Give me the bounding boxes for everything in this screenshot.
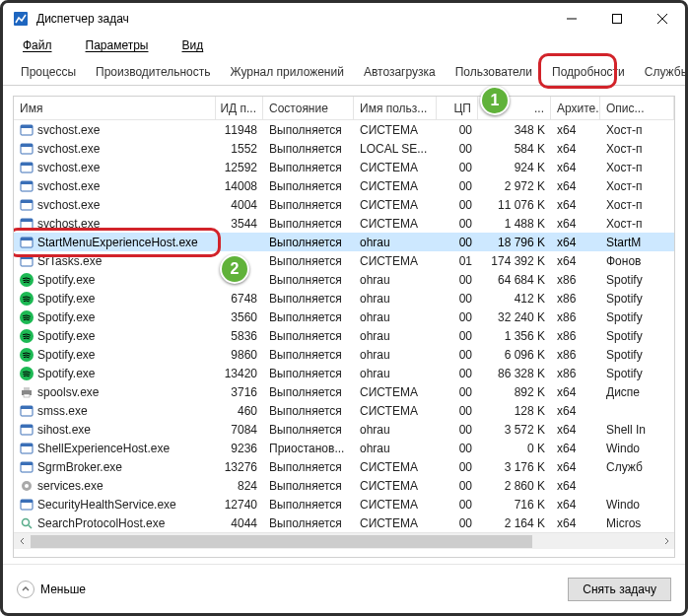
table-row[interactable]: SecurityHealthService.exe12740Выполняетс… bbox=[14, 495, 674, 513]
table-row[interactable]: spoolsv.exe3716ВыполняетсяСИСТЕМА00892 K… bbox=[14, 382, 674, 401]
close-button[interactable] bbox=[640, 3, 685, 34]
cell-state: Выполняется bbox=[263, 123, 354, 137]
table-row[interactable]: svchost.exe11948ВыполняетсяСИСТЕМА00348 … bbox=[14, 120, 674, 139]
cell-pid: 3716 bbox=[216, 385, 263, 399]
table-row[interactable]: Spotify.exe9860Выполняетсяohrau006 096 K… bbox=[14, 345, 674, 364]
annotation-2: 2 bbox=[220, 254, 249, 284]
scroll-track[interactable] bbox=[31, 533, 657, 549]
column-header-user[interactable]: Имя польз... bbox=[354, 97, 437, 119]
cell-user: ohrau bbox=[354, 329, 437, 343]
cell-state: Выполняется bbox=[263, 479, 354, 493]
cell-desc: Хост-п bbox=[600, 198, 674, 212]
cell-user: СИСТЕМА bbox=[354, 198, 437, 212]
scroll-thumb[interactable] bbox=[31, 535, 532, 548]
table-row[interactable]: StartMenuExperienceHost.exeВыполняетсяoh… bbox=[14, 233, 674, 251]
maximize-button[interactable] bbox=[594, 3, 640, 34]
cell-desc: Spotify bbox=[600, 273, 674, 287]
cell-memory: 3 572 K bbox=[478, 423, 551, 437]
table-row[interactable]: SearchProtocolHost.exe4044ВыполняетсяСИС… bbox=[14, 513, 674, 532]
scroll-right-button[interactable] bbox=[657, 533, 674, 549]
tab-details[interactable]: Подробности bbox=[542, 59, 635, 85]
svg-rect-8 bbox=[21, 144, 33, 147]
cell-user: СИСТЕМА bbox=[354, 460, 437, 474]
cell-state: Выполняется bbox=[263, 348, 354, 362]
menu-options[interactable]: Параметры bbox=[70, 36, 165, 54]
cell-memory: 1 488 K bbox=[478, 217, 551, 231]
fewer-toggle[interactable]: Меньше bbox=[17, 581, 86, 598]
cell-cpu: 00 bbox=[437, 460, 478, 474]
cell-user: СИСТЕМА bbox=[354, 161, 437, 174]
titlebar[interactable]: Диспетчер задач bbox=[3, 3, 685, 34]
tab-performance[interactable]: Производительность bbox=[86, 59, 220, 85]
column-header-state[interactable]: Состояние bbox=[263, 97, 354, 119]
tab-services[interactable]: Службы bbox=[635, 59, 685, 85]
cell-state: Выполняется bbox=[263, 273, 354, 287]
minimize-button[interactable] bbox=[549, 3, 594, 34]
column-header-desc[interactable]: Опис... bbox=[600, 97, 674, 119]
tab-users[interactable]: Пользователи bbox=[446, 59, 542, 85]
table-row[interactable]: svchost.exe1552ВыполняетсяLOCAL SE...005… bbox=[14, 139, 674, 158]
tab-startup[interactable]: Автозагрузка bbox=[354, 59, 446, 85]
tab-processes[interactable]: Процессы bbox=[11, 59, 86, 85]
table-row[interactable]: smss.exe460ВыполняетсяСИСТЕМА00128 Kx64 bbox=[14, 401, 674, 420]
cell-cpu: 00 bbox=[437, 367, 478, 380]
cell-cpu: 00 bbox=[437, 142, 478, 156]
column-header-arch[interactable]: Архите... bbox=[551, 97, 600, 119]
cell-cpu: 00 bbox=[437, 442, 478, 455]
column-header-cpu[interactable]: ЦП bbox=[437, 97, 478, 119]
table-row[interactable]: Spotify.exe6748Выполняетсяohrau00412 Kx8… bbox=[14, 289, 674, 308]
cell-state: Выполняется bbox=[263, 329, 354, 343]
cell-pid: 824 bbox=[216, 479, 263, 493]
table-row[interactable]: svchost.exe4004ВыполняетсяСИСТЕМА0011 07… bbox=[14, 195, 674, 214]
table-row[interactable]: svchost.exe12592ВыполняетсяСИСТЕМА00924 … bbox=[14, 158, 674, 176]
cell-arch: x64 bbox=[551, 254, 600, 268]
table-row[interactable]: ShellExperienceHost.exe9236Приостанов...… bbox=[14, 439, 674, 457]
svg-rect-35 bbox=[21, 444, 33, 446]
cell-cpu: 00 bbox=[437, 236, 478, 249]
horizontal-scrollbar[interactable] bbox=[14, 532, 674, 549]
cell-memory: 11 076 K bbox=[478, 198, 551, 212]
cell-name: ShellExperienceHost.exe bbox=[14, 442, 216, 455]
menu-view[interactable]: Вид bbox=[166, 36, 219, 54]
table-row[interactable]: Spotify.exeВыполняетсяohrau0064 684 Kx86… bbox=[14, 270, 674, 289]
cell-arch: x86 bbox=[551, 348, 600, 362]
table-row[interactable]: Spotify.exe5836Выполняетсяohrau001 356 K… bbox=[14, 326, 674, 345]
cell-name: svchost.exe bbox=[14, 198, 216, 212]
table-row[interactable]: SgrmBroker.exe13276ВыполняетсяСИСТЕМА003… bbox=[14, 457, 674, 476]
cell-desc: Spotify bbox=[600, 348, 674, 362]
svg-rect-33 bbox=[21, 425, 33, 428]
cell-pid: 11948 bbox=[216, 123, 263, 137]
cell-pid: 12592 bbox=[216, 161, 263, 174]
svg-line-43 bbox=[29, 525, 32, 528]
table-row[interactable]: services.exe824ВыполняетсяСИСТЕМА002 860… bbox=[14, 476, 674, 495]
table-row[interactable]: Spotify.exe3560Выполняетсяohrau0032 240 … bbox=[14, 308, 674, 326]
table-body: svchost.exe11948ВыполняетсяСИСТЕМА00348 … bbox=[14, 120, 674, 532]
cell-cpu: 00 bbox=[437, 217, 478, 231]
column-header-pid[interactable]: ИД п... bbox=[216, 97, 263, 119]
cell-memory: 584 K bbox=[478, 142, 551, 156]
table-row[interactable]: sihost.exe7084Выполняетсяohrau003 572 Kx… bbox=[14, 420, 674, 439]
table-row[interactable]: Spotify.exe13420Выполняетсяohrau0086 328… bbox=[14, 364, 674, 382]
cell-cpu: 00 bbox=[437, 329, 478, 343]
cell-pid: 14008 bbox=[216, 179, 263, 193]
tab-app-history[interactable]: Журнал приложений bbox=[221, 59, 354, 85]
column-header-name[interactable]: Имя bbox=[14, 97, 216, 119]
cell-state: Приостанов... bbox=[263, 442, 354, 455]
table-row[interactable]: svchost.exe14008ВыполняетсяСИСТЕМА002 97… bbox=[14, 176, 674, 195]
cell-name: svchost.exe bbox=[14, 179, 216, 193]
scroll-left-button[interactable] bbox=[14, 533, 31, 549]
cell-user: СИСТЕМА bbox=[354, 498, 437, 512]
cell-state: Выполняется bbox=[263, 460, 354, 474]
cell-name: svchost.exe bbox=[14, 123, 216, 137]
table-row[interactable]: svchost.exe3544ВыполняетсяСИСТЕМА001 488… bbox=[14, 214, 674, 233]
end-task-button[interactable]: Снять задачу bbox=[568, 578, 671, 601]
menu-file[interactable]: Файл bbox=[7, 36, 68, 54]
cell-memory: 0 K bbox=[478, 442, 551, 455]
cell-pid: 13276 bbox=[216, 460, 263, 474]
cell-memory: 18 796 K bbox=[478, 236, 551, 249]
svg-rect-41 bbox=[21, 500, 33, 503]
cell-arch: x86 bbox=[551, 329, 600, 343]
cell-memory: 892 K bbox=[478, 385, 551, 399]
table-row[interactable]: SrTasks.exeВыполняетсяСИСТЕМА01174 392 K… bbox=[14, 251, 674, 270]
svg-rect-20 bbox=[21, 256, 33, 259]
